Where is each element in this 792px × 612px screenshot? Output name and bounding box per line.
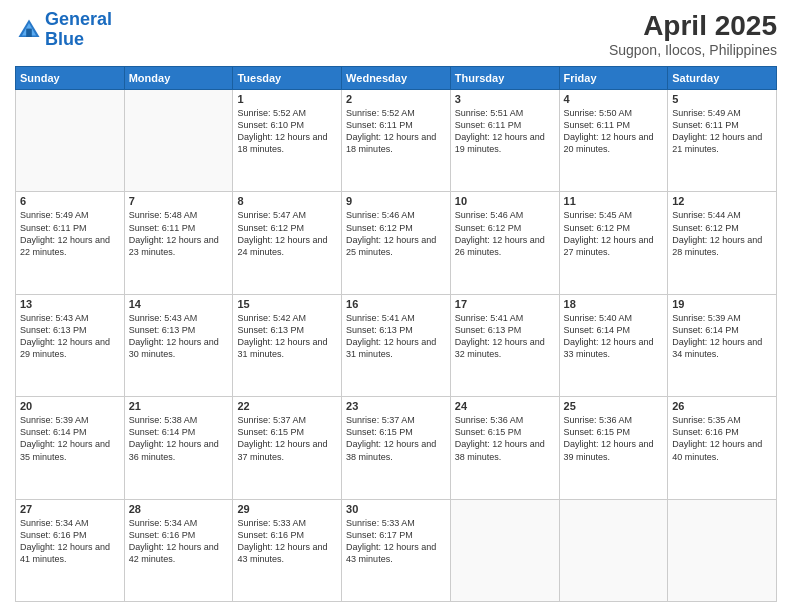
- calendar-week-row: 27Sunrise: 5:34 AMSunset: 6:16 PMDayligh…: [16, 499, 777, 601]
- table-row: 29Sunrise: 5:33 AMSunset: 6:16 PMDayligh…: [233, 499, 342, 601]
- table-row: 4Sunrise: 5:50 AMSunset: 6:11 PMDaylight…: [559, 90, 668, 192]
- day-number: 29: [237, 503, 337, 515]
- logo-line1: General: [45, 9, 112, 29]
- logo-text: General Blue: [45, 10, 112, 50]
- col-friday: Friday: [559, 67, 668, 90]
- header: General Blue April 2025 Sugpon, Ilocos, …: [15, 10, 777, 58]
- logo-icon: [15, 16, 43, 44]
- day-number: 19: [672, 298, 772, 310]
- table-row: 24Sunrise: 5:36 AMSunset: 6:15 PMDayligh…: [450, 397, 559, 499]
- logo: General Blue: [15, 10, 112, 50]
- day-info: Sunrise: 5:33 AMSunset: 6:16 PMDaylight:…: [237, 517, 337, 566]
- day-info: Sunrise: 5:46 AMSunset: 6:12 PMDaylight:…: [455, 209, 555, 258]
- table-row: 9Sunrise: 5:46 AMSunset: 6:12 PMDaylight…: [342, 192, 451, 294]
- day-info: Sunrise: 5:36 AMSunset: 6:15 PMDaylight:…: [455, 414, 555, 463]
- table-row: 30Sunrise: 5:33 AMSunset: 6:17 PMDayligh…: [342, 499, 451, 601]
- day-number: 25: [564, 400, 664, 412]
- day-info: Sunrise: 5:37 AMSunset: 6:15 PMDaylight:…: [237, 414, 337, 463]
- table-row: 21Sunrise: 5:38 AMSunset: 6:14 PMDayligh…: [124, 397, 233, 499]
- day-info: Sunrise: 5:45 AMSunset: 6:12 PMDaylight:…: [564, 209, 664, 258]
- day-info: Sunrise: 5:37 AMSunset: 6:15 PMDaylight:…: [346, 414, 446, 463]
- day-info: Sunrise: 5:40 AMSunset: 6:14 PMDaylight:…: [564, 312, 664, 361]
- table-row: 13Sunrise: 5:43 AMSunset: 6:13 PMDayligh…: [16, 294, 125, 396]
- day-info: Sunrise: 5:46 AMSunset: 6:12 PMDaylight:…: [346, 209, 446, 258]
- day-info: Sunrise: 5:47 AMSunset: 6:12 PMDaylight:…: [237, 209, 337, 258]
- day-number: 16: [346, 298, 446, 310]
- day-info: Sunrise: 5:39 AMSunset: 6:14 PMDaylight:…: [672, 312, 772, 361]
- day-info: Sunrise: 5:50 AMSunset: 6:11 PMDaylight:…: [564, 107, 664, 156]
- svg-rect-2: [26, 28, 32, 36]
- table-row: [16, 90, 125, 192]
- col-saturday: Saturday: [668, 67, 777, 90]
- day-info: Sunrise: 5:38 AMSunset: 6:14 PMDaylight:…: [129, 414, 229, 463]
- table-row: [668, 499, 777, 601]
- day-number: 4: [564, 93, 664, 105]
- table-row: 12Sunrise: 5:44 AMSunset: 6:12 PMDayligh…: [668, 192, 777, 294]
- day-info: Sunrise: 5:41 AMSunset: 6:13 PMDaylight:…: [455, 312, 555, 361]
- table-row: [559, 499, 668, 601]
- table-row: 23Sunrise: 5:37 AMSunset: 6:15 PMDayligh…: [342, 397, 451, 499]
- day-info: Sunrise: 5:51 AMSunset: 6:11 PMDaylight:…: [455, 107, 555, 156]
- table-row: 14Sunrise: 5:43 AMSunset: 6:13 PMDayligh…: [124, 294, 233, 396]
- day-number: 11: [564, 195, 664, 207]
- col-thursday: Thursday: [450, 67, 559, 90]
- day-info: Sunrise: 5:52 AMSunset: 6:11 PMDaylight:…: [346, 107, 446, 156]
- calendar-header-row: Sunday Monday Tuesday Wednesday Thursday…: [16, 67, 777, 90]
- table-row: 2Sunrise: 5:52 AMSunset: 6:11 PMDaylight…: [342, 90, 451, 192]
- day-info: Sunrise: 5:43 AMSunset: 6:13 PMDaylight:…: [129, 312, 229, 361]
- calendar-table: Sunday Monday Tuesday Wednesday Thursday…: [15, 66, 777, 602]
- day-info: Sunrise: 5:39 AMSunset: 6:14 PMDaylight:…: [20, 414, 120, 463]
- day-number: 10: [455, 195, 555, 207]
- day-number: 24: [455, 400, 555, 412]
- table-row: 5Sunrise: 5:49 AMSunset: 6:11 PMDaylight…: [668, 90, 777, 192]
- col-wednesday: Wednesday: [342, 67, 451, 90]
- table-row: 28Sunrise: 5:34 AMSunset: 6:16 PMDayligh…: [124, 499, 233, 601]
- day-info: Sunrise: 5:41 AMSunset: 6:13 PMDaylight:…: [346, 312, 446, 361]
- day-info: Sunrise: 5:44 AMSunset: 6:12 PMDaylight:…: [672, 209, 772, 258]
- day-number: 23: [346, 400, 446, 412]
- day-number: 26: [672, 400, 772, 412]
- day-number: 22: [237, 400, 337, 412]
- calendar-subtitle: Sugpon, Ilocos, Philippines: [609, 42, 777, 58]
- day-number: 14: [129, 298, 229, 310]
- day-info: Sunrise: 5:34 AMSunset: 6:16 PMDaylight:…: [20, 517, 120, 566]
- day-info: Sunrise: 5:49 AMSunset: 6:11 PMDaylight:…: [20, 209, 120, 258]
- day-number: 6: [20, 195, 120, 207]
- table-row: 19Sunrise: 5:39 AMSunset: 6:14 PMDayligh…: [668, 294, 777, 396]
- day-info: Sunrise: 5:43 AMSunset: 6:13 PMDaylight:…: [20, 312, 120, 361]
- table-row: 8Sunrise: 5:47 AMSunset: 6:12 PMDaylight…: [233, 192, 342, 294]
- table-row: 6Sunrise: 5:49 AMSunset: 6:11 PMDaylight…: [16, 192, 125, 294]
- day-info: Sunrise: 5:49 AMSunset: 6:11 PMDaylight:…: [672, 107, 772, 156]
- day-number: 27: [20, 503, 120, 515]
- calendar-week-row: 1Sunrise: 5:52 AMSunset: 6:10 PMDaylight…: [16, 90, 777, 192]
- day-info: Sunrise: 5:34 AMSunset: 6:16 PMDaylight:…: [129, 517, 229, 566]
- table-row: 25Sunrise: 5:36 AMSunset: 6:15 PMDayligh…: [559, 397, 668, 499]
- calendar-week-row: 13Sunrise: 5:43 AMSunset: 6:13 PMDayligh…: [16, 294, 777, 396]
- day-number: 7: [129, 195, 229, 207]
- day-number: 2: [346, 93, 446, 105]
- calendar-week-row: 6Sunrise: 5:49 AMSunset: 6:11 PMDaylight…: [16, 192, 777, 294]
- day-number: 30: [346, 503, 446, 515]
- table-row: [450, 499, 559, 601]
- table-row: 15Sunrise: 5:42 AMSunset: 6:13 PMDayligh…: [233, 294, 342, 396]
- table-row: 17Sunrise: 5:41 AMSunset: 6:13 PMDayligh…: [450, 294, 559, 396]
- day-number: 12: [672, 195, 772, 207]
- day-number: 17: [455, 298, 555, 310]
- day-info: Sunrise: 5:33 AMSunset: 6:17 PMDaylight:…: [346, 517, 446, 566]
- table-row: 11Sunrise: 5:45 AMSunset: 6:12 PMDayligh…: [559, 192, 668, 294]
- table-row: 20Sunrise: 5:39 AMSunset: 6:14 PMDayligh…: [16, 397, 125, 499]
- table-row: 7Sunrise: 5:48 AMSunset: 6:11 PMDaylight…: [124, 192, 233, 294]
- table-row: 3Sunrise: 5:51 AMSunset: 6:11 PMDaylight…: [450, 90, 559, 192]
- day-info: Sunrise: 5:48 AMSunset: 6:11 PMDaylight:…: [129, 209, 229, 258]
- col-sunday: Sunday: [16, 67, 125, 90]
- day-number: 1: [237, 93, 337, 105]
- table-row: 10Sunrise: 5:46 AMSunset: 6:12 PMDayligh…: [450, 192, 559, 294]
- day-number: 21: [129, 400, 229, 412]
- table-row: 18Sunrise: 5:40 AMSunset: 6:14 PMDayligh…: [559, 294, 668, 396]
- page: General Blue April 2025 Sugpon, Ilocos, …: [0, 0, 792, 612]
- day-number: 18: [564, 298, 664, 310]
- calendar-week-row: 20Sunrise: 5:39 AMSunset: 6:14 PMDayligh…: [16, 397, 777, 499]
- table-row: 26Sunrise: 5:35 AMSunset: 6:16 PMDayligh…: [668, 397, 777, 499]
- table-row: 16Sunrise: 5:41 AMSunset: 6:13 PMDayligh…: [342, 294, 451, 396]
- day-info: Sunrise: 5:52 AMSunset: 6:10 PMDaylight:…: [237, 107, 337, 156]
